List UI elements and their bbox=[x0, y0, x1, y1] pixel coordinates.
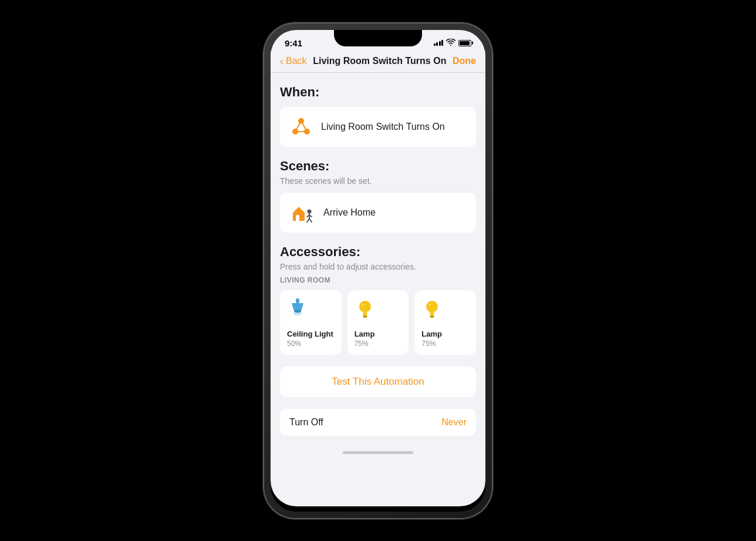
wifi-icon bbox=[446, 39, 455, 48]
notch bbox=[334, 30, 422, 46]
svg-rect-14 bbox=[363, 317, 367, 318]
trigger-row[interactable]: Living Room Switch Turns On bbox=[280, 107, 476, 147]
nav-bar: ‹ Back Living Room Switch Turns On Done bbox=[271, 51, 485, 73]
svg-point-15 bbox=[362, 304, 364, 306]
accessories-subtitle: Press and hold to adjust accessories. bbox=[280, 262, 476, 271]
bottom-row: Turn Off Never bbox=[280, 409, 476, 436]
back-button[interactable]: ‹ Back bbox=[280, 55, 307, 68]
never-button[interactable]: Never bbox=[441, 417, 467, 428]
lamp1-value: 75% bbox=[355, 340, 369, 348]
back-chevron-icon: ‹ bbox=[280, 55, 284, 68]
lamp2-name: Lamp bbox=[421, 330, 442, 339]
trigger-card[interactable]: Living Room Switch Turns On bbox=[280, 107, 476, 147]
ceiling-light-icon bbox=[287, 298, 308, 324]
svg-line-3 bbox=[295, 121, 301, 132]
home-indicator bbox=[271, 443, 485, 462]
homekit-trigger-icon bbox=[289, 115, 313, 139]
phone-frame: 9:41 bbox=[264, 23, 492, 519]
accessories-grid: Ceiling Light 50% bbox=[280, 290, 476, 355]
arrive-home-icon bbox=[289, 201, 315, 224]
lamp2-card[interactable]: Lamp 75% bbox=[414, 290, 476, 355]
trigger-text: Living Room Switch Turns On bbox=[321, 122, 445, 132]
scenes-section: Scenes: These scenes will be set. bbox=[280, 159, 476, 233]
accessories-label: Accessories: bbox=[280, 244, 476, 260]
ceiling-light-card[interactable]: Ceiling Light 50% bbox=[280, 290, 342, 355]
lamp2-value: 75% bbox=[421, 340, 436, 348]
ceiling-light-name: Ceiling Light bbox=[287, 330, 333, 339]
turn-off-label: Turn Off bbox=[289, 417, 323, 428]
scene-name: Arrive Home bbox=[323, 207, 376, 218]
lamp1-card[interactable]: Lamp 75% bbox=[347, 290, 409, 355]
test-automation-button[interactable]: Test This Automation bbox=[280, 367, 476, 397]
scenes-subtitle: These scenes will be set. bbox=[280, 176, 476, 186]
done-button[interactable]: Done bbox=[453, 56, 476, 66]
phone-screen: 9:41 bbox=[271, 30, 485, 512]
test-automation-card[interactable]: Test This Automation bbox=[280, 367, 476, 397]
scene-row[interactable]: Arrive Home bbox=[280, 193, 476, 233]
test-automation-label: Test This Automation bbox=[332, 376, 424, 388]
scenes-label: Scenes: bbox=[280, 159, 476, 174]
svg-rect-13 bbox=[363, 315, 367, 317]
when-section: When: bbox=[280, 85, 476, 147]
svg-point-16 bbox=[426, 301, 438, 312]
svg-rect-7 bbox=[297, 216, 299, 221]
svg-rect-18 bbox=[430, 317, 434, 318]
back-label: Back bbox=[286, 56, 307, 66]
svg-point-12 bbox=[359, 301, 371, 312]
status-icons bbox=[434, 39, 472, 48]
room-label: LIVING ROOM bbox=[280, 276, 476, 284]
when-label: When: bbox=[280, 85, 476, 100]
scene-card[interactable]: Arrive Home bbox=[280, 193, 476, 233]
signal-bars-icon bbox=[434, 40, 444, 46]
svg-point-8 bbox=[308, 209, 312, 213]
nav-title: Living Room Switch Turns On bbox=[312, 56, 448, 66]
lamp1-icon bbox=[355, 298, 376, 324]
home-bar bbox=[343, 451, 413, 454]
svg-point-11 bbox=[293, 312, 302, 315]
content-area: When: bbox=[271, 73, 485, 436]
main-screen[interactable]: ‹ Back Living Room Switch Turns On Done … bbox=[271, 51, 485, 506]
ceiling-light-value: 50% bbox=[287, 340, 301, 348]
svg-point-19 bbox=[428, 304, 431, 306]
svg-rect-9 bbox=[296, 298, 299, 303]
accessories-section: Accessories: Press and hold to adjust ac… bbox=[280, 244, 476, 355]
svg-point-0 bbox=[298, 118, 304, 124]
svg-rect-17 bbox=[430, 315, 434, 317]
lamp1-name: Lamp bbox=[355, 330, 375, 339]
svg-line-4 bbox=[301, 121, 307, 132]
status-time: 9:41 bbox=[285, 38, 302, 48]
lamp2-icon bbox=[421, 298, 443, 324]
battery-icon bbox=[458, 40, 471, 46]
